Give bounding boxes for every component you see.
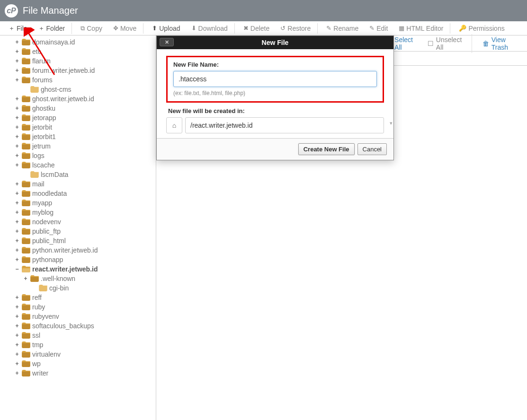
tree-toggle[interactable]: + <box>14 247 20 254</box>
create-new-file-button[interactable]: Create New File <box>298 143 355 155</box>
tree-item[interactable]: +jetrum <box>4 141 156 151</box>
tree-label[interactable]: public_ftp <box>32 228 61 235</box>
tree-label[interactable]: wp <box>32 360 41 368</box>
tree-label[interactable]: mail <box>32 180 45 188</box>
tree-label[interactable]: .well-known <box>41 275 75 282</box>
tree-toggle[interactable]: + <box>14 114 20 121</box>
tree-toggle[interactable]: + <box>23 275 28 282</box>
tree-toggle[interactable]: + <box>14 143 20 149</box>
tree-toggle[interactable]: + <box>14 228 20 235</box>
tree-toggle[interactable]: + <box>14 200 20 206</box>
rename-button[interactable]: ✎Rename <box>322 23 364 34</box>
tree-item[interactable]: +virtualenv <box>4 350 156 359</box>
folder-button[interactable]: ＋Folder <box>34 23 72 34</box>
tree-label[interactable]: python.writer.jetweb.id <box>32 246 98 254</box>
tree-label[interactable]: nodevenv <box>32 218 61 226</box>
tree-item[interactable]: +reff <box>4 293 156 302</box>
tree-item[interactable]: +domainsaya.id <box>4 37 156 47</box>
tree-toggle[interactable]: + <box>14 323 20 329</box>
tree-item[interactable]: +pythonapp <box>4 255 156 264</box>
tree-item[interactable]: −react.writer.jetweb.id <box>4 264 156 274</box>
tree-toggle[interactable]: + <box>14 152 20 159</box>
tree-toggle[interactable]: + <box>14 133 20 140</box>
tree-label[interactable]: ghostku <box>32 105 55 112</box>
tree-item[interactable]: +logs <box>4 151 156 160</box>
tree-label[interactable]: pythonapp <box>32 256 63 263</box>
tree-toggle[interactable]: + <box>14 67 20 74</box>
download-button[interactable]: ⬇Download <box>187 23 235 34</box>
filename-input[interactable] <box>173 71 377 87</box>
tree-label[interactable]: myblog <box>32 209 54 216</box>
tree-item[interactable]: +writer <box>4 368 156 378</box>
tree-label[interactable]: lscache <box>32 161 54 169</box>
tree-item[interactable]: +wp <box>4 359 156 368</box>
tree-label[interactable]: jetorbit1 <box>32 133 56 140</box>
tree-toggle[interactable]: + <box>14 77 20 83</box>
tree-item[interactable]: +etc <box>4 47 156 56</box>
tree-toggle[interactable]: + <box>14 124 20 131</box>
tree-label[interactable]: virtualenv <box>32 350 61 358</box>
tree-toggle[interactable]: + <box>14 351 20 358</box>
tree-label[interactable]: ghost.writer.jetweb.id <box>32 95 94 103</box>
tree-item[interactable]: cgi-bin <box>4 283 156 293</box>
tree-toggle[interactable]: + <box>14 237 20 244</box>
tree-label[interactable]: rubyvenv <box>32 313 59 320</box>
tree-toggle[interactable]: + <box>14 332 20 339</box>
tree-label[interactable]: etc <box>32 48 41 55</box>
tree-item[interactable]: +tmp <box>4 340 156 350</box>
tree-toggle[interactable]: + <box>14 341 20 348</box>
tree-toggle[interactable]: + <box>14 96 20 102</box>
tree-item[interactable]: +ruby <box>4 302 156 312</box>
tree-item[interactable]: +myblog <box>4 208 156 217</box>
tree-label[interactable]: reff <box>32 294 42 301</box>
unselect-all-button[interactable]: ☐Unselect All <box>423 34 472 53</box>
home-path-button[interactable]: ⌂ <box>166 117 182 133</box>
tree-label[interactable]: flarum <box>32 57 51 65</box>
tree-toggle[interactable]: + <box>14 304 20 310</box>
tree-label[interactable]: forums <box>32 76 53 84</box>
tree-item[interactable]: +myapp <box>4 198 156 208</box>
html-editor-button[interactable]: ▦HTML Editor <box>394 23 450 34</box>
tree-label[interactable]: react.writer.jetweb.id <box>32 265 98 273</box>
tree-item[interactable]: +softaculous_backups <box>4 321 156 331</box>
tree-toggle[interactable]: + <box>14 209 20 216</box>
tree-label[interactable]: ruby <box>32 303 45 311</box>
tree-toggle[interactable]: − <box>14 266 20 272</box>
tree-item[interactable]: +lscache <box>4 160 156 170</box>
move-button[interactable]: ✥Move <box>108 23 143 34</box>
tree-item[interactable]: +forums <box>4 75 156 85</box>
tree-label[interactable]: domainsaya.id <box>32 38 75 46</box>
tree-item[interactable]: +nodevenv <box>4 217 156 227</box>
tree-toggle[interactable]: + <box>14 181 20 187</box>
tree-toggle[interactable]: + <box>14 294 20 301</box>
tree-item[interactable]: +mail <box>4 179 156 189</box>
upload-button[interactable]: ⬆Upload <box>147 23 185 34</box>
tree-toggle[interactable]: + <box>14 48 20 55</box>
path-input[interactable] <box>185 117 384 133</box>
tree-item[interactable]: +ssl <box>4 331 156 340</box>
tree-label[interactable]: forum.writer.jetweb.id <box>32 67 95 74</box>
file-button[interactable]: ＋File <box>4 23 33 34</box>
view-trash-button[interactable]: 🗑View Trash <box>478 34 522 53</box>
tree-toggle[interactable]: + <box>14 162 20 168</box>
close-button[interactable]: ✕ <box>160 38 174 46</box>
tree-item[interactable]: +.well-known <box>4 274 156 283</box>
tree-item[interactable]: +forum.writer.jetweb.id <box>4 66 156 75</box>
tree-label[interactable]: lscmData <box>41 171 68 178</box>
tree-label[interactable]: moodledata <box>32 190 67 197</box>
edit-button[interactable]: ✎Edit <box>365 23 393 34</box>
tree-item[interactable]: +rubyvenv <box>4 312 156 321</box>
tree-label[interactable]: writer <box>32 369 48 377</box>
tree-label[interactable]: ghost-cms <box>41 86 71 93</box>
delete-button[interactable]: ✖Delete <box>239 23 275 34</box>
tree-item[interactable]: ghost-cms <box>4 85 156 94</box>
tree-item[interactable]: +public_ftp <box>4 227 156 236</box>
tree-toggle[interactable]: + <box>14 105 20 112</box>
tree-toggle[interactable]: + <box>14 360 20 367</box>
tree-label[interactable]: jetrum <box>32 142 51 150</box>
tree-label[interactable]: tmp <box>32 341 43 349</box>
tree-toggle[interactable]: + <box>14 190 20 197</box>
tree-item[interactable]: +flarum <box>4 56 156 66</box>
tree-toggle[interactable]: + <box>14 256 20 263</box>
tree-item[interactable]: +ghostku <box>4 104 156 113</box>
